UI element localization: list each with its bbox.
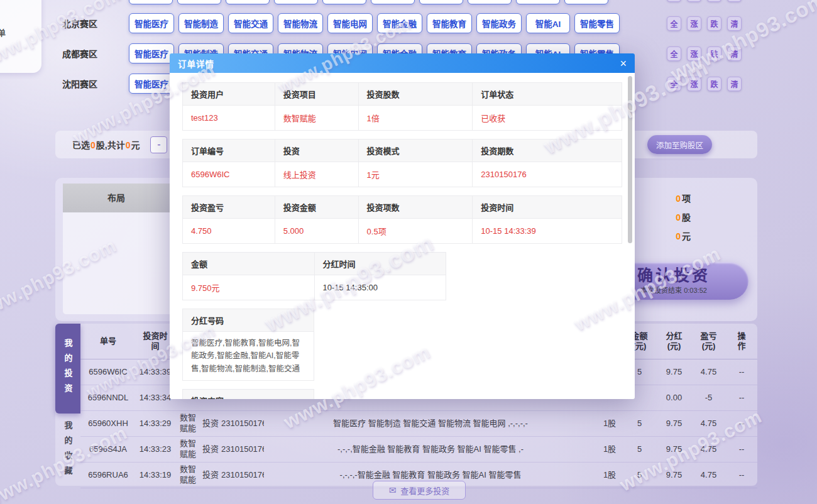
cell: 14:33:19	[136, 463, 175, 488]
tab-my-favorites[interactable]: 我的收藏	[55, 414, 80, 489]
selection-summary-text: 股,共计	[96, 140, 125, 150]
filter-up-button[interactable]: 涨	[687, 77, 701, 91]
zone-button[interactable]: 智能电网	[327, 13, 373, 33]
zone-button[interactable]	[516, 0, 560, 4]
column-header: 订单状态	[473, 83, 622, 106]
filter-down-button[interactable]: 跌	[707, 77, 721, 91]
filter-up-button[interactable]: 涨	[687, 0, 701, 2]
zone-button[interactable]: 智能教育	[427, 13, 472, 33]
zone-button[interactable]: 智能零售	[574, 13, 620, 33]
cell: 10-15 14:33:39	[473, 219, 622, 244]
zone-button[interactable]: 智能医疗	[129, 13, 174, 33]
modal-scrollbar[interactable]	[628, 76, 632, 243]
filter-group: 全 涨 跌 清	[667, 0, 742, 2]
filter-up-button[interactable]: 涨	[687, 16, 701, 31]
zone-button[interactable]	[274, 0, 318, 4]
cell: 智能医疗 智能制造 智能交通 智能物流 智能电网 ,-,-,-,-	[264, 411, 597, 437]
order-detail-modal: 订单详情 × 投资用户 投资项目 投资股数 订单状态 test123 数智赋能 …	[170, 53, 635, 399]
cell: 数智赋能	[275, 106, 358, 131]
column-header: 投资	[275, 140, 358, 162]
cell: 4.75	[691, 411, 726, 437]
column-header: 投资项数	[358, 196, 473, 219]
zone-button[interactable]	[129, 0, 173, 4]
filter-all-button[interactable]: 全	[667, 16, 681, 31]
zone-button[interactable]	[564, 0, 608, 4]
tab-layout[interactable]: 布局	[63, 184, 170, 212]
close-icon[interactable]: ×	[620, 58, 627, 69]
load-more-label: 查看更多投资	[400, 485, 449, 496]
cell: 4.750	[183, 219, 275, 244]
confirm-invest-label: 确认投资	[637, 267, 710, 285]
zone-button[interactable]: 智能金融	[377, 13, 422, 33]
cell: -5	[691, 385, 726, 411]
cell: 4.75	[691, 437, 726, 463]
zone-button[interactable]: 智能政务	[476, 13, 522, 33]
zone-button[interactable]: 智能医疗	[129, 43, 174, 63]
column-header: 分红时间	[314, 253, 446, 275]
filter-all-button[interactable]: 全	[667, 77, 681, 91]
tab-my-investments[interactable]: 我的投资	[55, 324, 80, 414]
column-header: 投资时 间	[136, 324, 175, 359]
dividend-numbers-box: 分红号码 智能医疗,智能教育,智能电网,智能政务,智能金融,智能AI,智能零售,…	[182, 309, 314, 381]
filter-down-button[interactable]: 跌	[707, 47, 721, 61]
filter-clear-button[interactable]: 清	[727, 0, 742, 2]
cell: 5.000	[275, 219, 358, 244]
selected-count: 0	[90, 140, 96, 150]
column-header: 投资盈亏	[183, 196, 275, 219]
add-to-cart-button[interactable]: 添加至购股区	[647, 135, 712, 154]
zone-button[interactable]	[371, 0, 415, 4]
cell: 1股	[597, 437, 622, 463]
zone-label: 沈阳赛区	[55, 77, 129, 90]
cell: 6596RUA6	[80, 463, 136, 488]
cell: 9.750元	[183, 275, 315, 300]
zone-button[interactable]: 智能制造	[178, 13, 224, 33]
column-header: 单号	[80, 324, 136, 359]
column-header: 投资期数	[473, 140, 622, 162]
cell: --	[726, 463, 757, 488]
load-more-button[interactable]: ✉ 查看更多投资	[373, 481, 466, 500]
filter-clear-button[interactable]: 清	[727, 16, 742, 31]
cell: -,-,-,智能金融 智能教育 智能政务 智能AI 智能零售 ,-	[264, 437, 597, 463]
cell: 2310150176	[220, 411, 264, 437]
selection-stats: 0项 0股 0元	[676, 192, 691, 248]
zone-button[interactable]	[419, 0, 463, 4]
filter-down-button[interactable]: 跌	[707, 0, 721, 2]
cell: 1倍	[358, 106, 473, 131]
filter-group: 全 涨 跌 清	[667, 16, 742, 31]
left-cut-panel: 单	[0, 0, 41, 73]
selection-summary-text: 元	[131, 140, 140, 150]
table-row[interactable]: 65960XHH 14:33:29 数智赋能 投资 2310150176 智能医…	[80, 411, 757, 437]
cell: 投资	[201, 463, 220, 488]
zone-button[interactable]: 智能交通	[228, 13, 273, 33]
filter-clear-button[interactable]: 清	[727, 47, 742, 61]
zone-button[interactable]	[322, 0, 366, 4]
cell: 4.75	[691, 463, 726, 488]
cell: --	[726, 437, 757, 463]
box-content: 智能医疗,智能教育,智能电网,智能政务,智能金融,智能AI,智能零售,智能物流,…	[182, 332, 314, 381]
filter-all-button[interactable]: 全	[667, 0, 681, 2]
zone-button[interactable]: 智能医疗	[129, 74, 174, 94]
filter-clear-button[interactable]: 清	[727, 77, 742, 91]
decrease-button[interactable]: -	[150, 136, 167, 153]
zone-button[interactable]	[177, 0, 221, 4]
zone-button[interactable]	[468, 0, 512, 4]
cell: 6596S4JA	[80, 437, 136, 463]
zone-button[interactable]: 智能物流	[278, 13, 323, 33]
zone-button[interactable]: 智能AI	[526, 13, 570, 33]
cell: 数智赋能	[175, 463, 201, 488]
table-row[interactable]: 6596S4JA 14:33:23 数智赋能 投资 2310150176 -,-…	[80, 437, 757, 463]
cell: 14:33:39	[136, 359, 175, 385]
column-header: 操 作	[726, 324, 757, 359]
order-user-table: 投资用户 投资项目 投资股数 订单状态 test123 数智赋能 1倍 已收获	[182, 82, 622, 131]
cell: 1元	[358, 162, 473, 187]
cell: 数智赋能	[175, 411, 201, 437]
column-header: 投资模式	[358, 140, 473, 162]
column-header: 投资时间	[473, 196, 622, 219]
modal-title: 订单详情	[178, 57, 214, 70]
filter-down-button[interactable]: 跌	[707, 16, 721, 31]
zone-button[interactable]	[226, 0, 270, 4]
column-header: 分红 (元)	[657, 324, 691, 359]
filter-all-button[interactable]: 全	[667, 47, 681, 61]
cell: 6596NNDL	[80, 385, 136, 411]
filter-up-button[interactable]: 涨	[687, 47, 701, 61]
